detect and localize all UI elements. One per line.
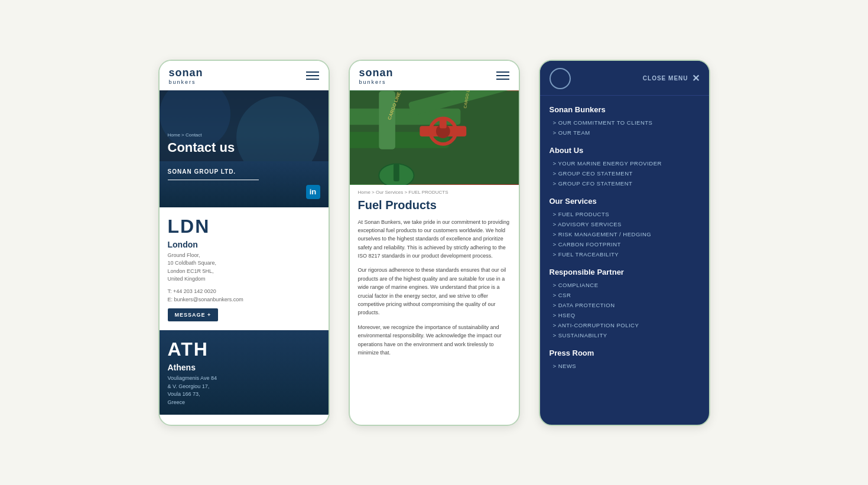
company-divider <box>168 180 259 180</box>
fuel-page-title: Fuel Products <box>350 195 519 218</box>
hamburger-menu[interactable] <box>306 71 319 80</box>
nav-section-press: Press Room <box>550 349 700 357</box>
close-menu-label: CLOSE MENU <box>643 75 688 82</box>
city-name-ldn: London <box>168 240 320 249</box>
nav-section-about: About Us <box>550 146 700 155</box>
nav-item-fuel-products[interactable]: > FUEL PRODUCTS <box>550 209 700 219</box>
phone1-header: sonan bunkers <box>160 61 329 90</box>
phone-ldn: T: +44 203 142 0020 <box>168 288 216 294</box>
city-name-ath: Athens <box>168 363 320 372</box>
nav-item-anti-corruption[interactable]: > ANTI-CORRUPTION POLICY <box>550 320 700 330</box>
contact-hero: Home > Contact Contact us <box>160 90 329 161</box>
pipe-illustration: CARGO LINE 3 CARGO LINE 2 <box>350 90 519 185</box>
nav-item-team[interactable]: > OUR TEAM <box>550 128 700 138</box>
message-button[interactable]: MESSAGE + <box>168 308 219 321</box>
office-athens: ATH Athens Vouliagmenis Ave 84& V. Georg… <box>160 330 329 415</box>
nav-section-services: Our Services <box>550 197 700 206</box>
hamburger-line3 <box>306 79 319 80</box>
email-ldn: E: bunkers@sonanbunkers.com <box>168 297 243 302</box>
office-london: LDN London Ground Floor,10 Coldbath Squa… <box>160 207 329 331</box>
nav-item-group-cfo[interactable]: > GROUP CFO STATEMENT <box>550 178 700 188</box>
svg-rect-12 <box>393 164 399 181</box>
nav-item-compliance[interactable]: > COMPLIANCE <box>550 280 700 290</box>
address-ldn: Ground Floor,10 Coldbath Square,London E… <box>168 252 320 284</box>
fuel-hero-image: CARGO LINE 3 CARGO LINE 2 <box>350 90 519 185</box>
nav-section-sonan-bunkers: Sonan Bunkers <box>550 105 700 114</box>
hamburger-line1 <box>496 71 509 73</box>
nav-item-marine-energy[interactable]: > YOUR MARINE ENERGY PROVIDER <box>550 158 700 168</box>
close-icon: ✕ <box>692 73 700 84</box>
logo-sub: bunkers <box>169 79 196 85</box>
nav-item-carbon[interactable]: > CARBON FOOTPRINT <box>550 239 700 249</box>
nav-section-responsible: Responsible Partner <box>550 268 700 276</box>
nav-menu: Sonan Bunkers > OUR COMMITMENT TO CLIENT… <box>540 96 709 425</box>
hamburger-line2 <box>306 75 319 76</box>
logo-text-2: sonan <box>359 67 394 79</box>
close-menu-button[interactable]: CLOSE MENU ✕ <box>643 73 700 84</box>
breadcrumb: Home > Contact <box>168 132 320 138</box>
nav-item-traceability[interactable]: > FUEL TRACEABILITY <box>550 249 700 259</box>
phone2-header: sonan bunkers <box>350 61 519 90</box>
logo-wrap-2: sonan bunkers <box>359 67 394 85</box>
hero-title: Contact us <box>168 140 320 155</box>
nav-item-group-ceo[interactable]: > GROUP CEO STATEMENT <box>550 168 700 178</box>
menu-logo-circle <box>550 68 571 89</box>
nav-item-hseq[interactable]: > HSEQ <box>550 310 700 320</box>
phone-fuel: sonan bunkers CARGO LINE 3 CARGO LINE 2 <box>349 60 520 426</box>
phone-contact: sonan bunkers Home > Contact Contact us … <box>158 60 330 426</box>
nav-item-risk-management[interactable]: > RISK MANAGEMENT / HEDGING <box>550 229 700 239</box>
fuel-para-1: At Sonan Bunkers, we take pride in our c… <box>358 218 511 261</box>
fuel-body: At Sonan Bunkers, we take pride in our c… <box>350 218 519 363</box>
fuel-para-2: Our rigorous adherence to these standard… <box>358 266 511 317</box>
nav-item-csr[interactable]: > CSR <box>550 290 700 300</box>
hamburger-line2 <box>496 75 509 76</box>
company-section: SONAN GROUP LTD. in <box>160 161 329 207</box>
linkedin-icon[interactable]: in <box>306 185 320 199</box>
hamburger-menu-2[interactable] <box>496 71 509 80</box>
logo-wrap: sonan bunkers <box>169 67 203 85</box>
contact-ldn: T: +44 203 142 0020 E: bunkers@sonanbunk… <box>168 287 320 304</box>
logo-sub-2: bunkers <box>359 79 386 85</box>
phone3-header: CLOSE MENU ✕ <box>540 61 709 96</box>
nav-item-news[interactable]: > NEWS <box>550 361 700 371</box>
hamburger-line3 <box>496 79 509 80</box>
phone-nav: CLOSE MENU ✕ Sonan Bunkers > OUR COMMITM… <box>539 60 710 426</box>
fuel-breadcrumb: Home > Our Services > FUEL PRODUCTS <box>350 185 519 195</box>
nav-item-advisory[interactable]: > ADVISORY SERVICES <box>550 219 700 229</box>
svg-rect-3 <box>379 91 395 149</box>
city-code-ath: ATH <box>168 338 320 360</box>
nav-item-sustainability[interactable]: > SUSTAINABILITY <box>550 330 700 340</box>
logo-text: sonan <box>169 67 203 79</box>
address-ath: Vouliagmenis Ave 84& V. Georgiou 17,Voul… <box>168 375 320 406</box>
city-code-ldn: LDN <box>168 216 320 237</box>
hamburger-line1 <box>306 71 319 73</box>
nav-item-commitment[interactable]: > OUR COMMITMENT TO CLIENTS <box>550 118 700 128</box>
fuel-para-3: Moreover, we recognize the importance of… <box>358 323 511 357</box>
company-name: SONAN GROUP LTD. <box>168 168 320 175</box>
nav-item-data-protection[interactable]: > DATA PROTECTION <box>550 300 700 310</box>
svg-rect-8 <box>439 118 446 128</box>
